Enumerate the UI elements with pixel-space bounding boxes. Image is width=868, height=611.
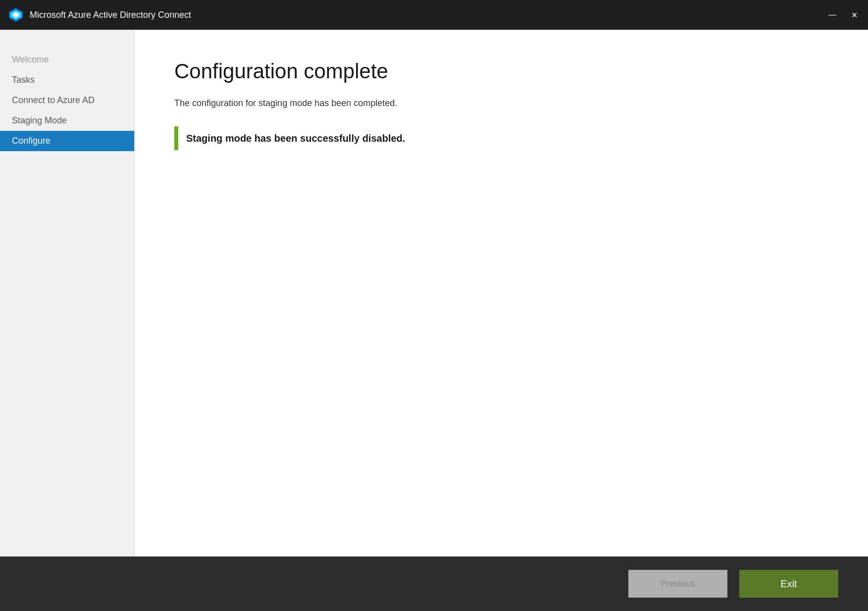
previous-button[interactable]: Previous <box>628 570 727 598</box>
main-content: Configuration complete The configuration… <box>135 30 868 556</box>
sidebar: Welcome Tasks Connect to Azure AD Stagin… <box>0 30 135 556</box>
application-window: Microsoft Azure Active Directory Connect… <box>0 0 868 611</box>
titlebar-title: Microsoft Azure Active Directory Connect <box>30 10 826 20</box>
page-title: Configuration complete <box>174 59 828 83</box>
sidebar-item-tasks[interactable]: Tasks <box>0 70 134 90</box>
close-button[interactable]: ✕ <box>848 9 860 21</box>
sidebar-item-welcome[interactable]: Welcome <box>0 50 134 70</box>
sidebar-item-staging-mode[interactable]: Staging Mode <box>0 111 134 131</box>
titlebar-controls: — ✕ <box>826 9 860 21</box>
sidebar-item-configure[interactable]: Configure <box>0 131 134 151</box>
minimize-button[interactable]: — <box>826 9 838 21</box>
azure-ad-logo <box>8 7 24 23</box>
description-text: The configuration for staging mode has b… <box>174 98 828 109</box>
success-bar-indicator <box>174 126 178 150</box>
titlebar: Microsoft Azure Active Directory Connect… <box>0 0 868 30</box>
sidebar-item-connect-azure-ad[interactable]: Connect to Azure AD <box>0 90 134 111</box>
footer: Previous Exit <box>0 556 868 611</box>
content-area: Welcome Tasks Connect to Azure AD Stagin… <box>0 30 868 556</box>
success-message: Staging mode has been successfully disab… <box>186 133 405 144</box>
success-banner: Staging mode has been successfully disab… <box>174 126 828 150</box>
exit-button[interactable]: Exit <box>739 570 838 598</box>
